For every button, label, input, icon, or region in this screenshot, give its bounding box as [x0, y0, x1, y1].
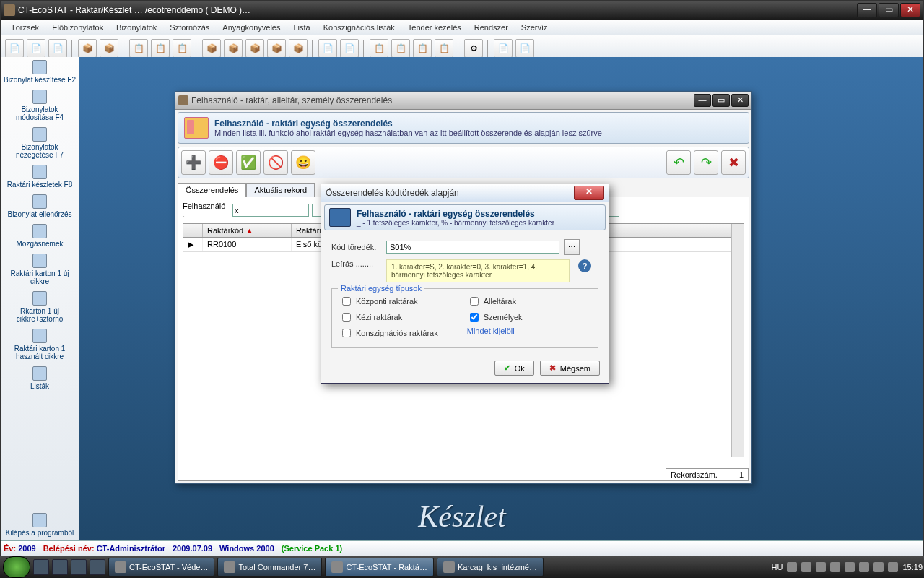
tray-icon[interactable]	[830, 562, 840, 572]
toolbar-button[interactable]: 📋	[435, 39, 453, 58]
start-button[interactable]	[3, 556, 30, 578]
sidebar-item[interactable]: Mozgásnemek	[1, 221, 79, 251]
toolbar-button[interactable]: 📋	[129, 39, 148, 58]
quicklaunch-icon[interactable]	[33, 559, 49, 575]
check-kozponti[interactable]: Központi raktárak	[339, 295, 438, 308]
tray-icon[interactable]	[787, 562, 797, 572]
toolbar-button[interactable]: 📄	[515, 39, 534, 58]
toolbar-button[interactable]: 📄	[494, 39, 513, 58]
toolbar-button[interactable]: 📋	[413, 39, 432, 58]
toolbar-button[interactable]: 📄	[318, 39, 337, 58]
toolbar-button[interactable]: 📄	[48, 39, 67, 58]
tray-icon[interactable]	[873, 562, 884, 572]
toolbar-button[interactable]: 📦	[289, 39, 308, 58]
code-fragment-input[interactable]	[386, 241, 559, 254]
browse-button[interactable]: …	[564, 239, 580, 255]
lang-indicator[interactable]: HU	[772, 563, 783, 571]
check-alleltarak[interactable]: Alleltárak	[467, 295, 523, 308]
check-button[interactable]: ✅	[236, 150, 261, 175]
toolbar-button[interactable]: 📦	[245, 39, 264, 58]
taskbar-item[interactable]: CT-EcoSTAT - Véde…	[108, 558, 214, 577]
sidebar-item[interactable]: Bizonylatok módosítása F4	[1, 87, 79, 124]
quicklaunch-icon[interactable]	[90, 559, 105, 575]
undo-button[interactable]: ↶	[666, 150, 691, 175]
child-close[interactable]: ✕	[731, 94, 749, 107]
check-konszig[interactable]: Konszignációs raktárak	[339, 327, 438, 340]
close-button[interactable]: ✕	[900, 3, 920, 17]
sidebar-item[interactable]: Bizonylatok nézegetése F7	[1, 124, 79, 162]
quicklaunch-icon[interactable]	[52, 559, 68, 575]
menu-item[interactable]: Bizonylatok	[110, 22, 162, 33]
cancel-button[interactable]: ✖Mégsem	[540, 361, 600, 376]
clock[interactable]: 15:19	[902, 563, 923, 571]
volume-icon[interactable]	[888, 562, 898, 572]
taskbar-item[interactable]: Total Commander 7…	[217, 558, 322, 577]
sidebar-item[interactable]: Raktári karton 1 használt cikkre	[1, 326, 79, 363]
menu-item[interactable]: Konszignációs listák	[318, 22, 401, 33]
col-header-code[interactable]: Raktárkód▲	[203, 224, 292, 237]
toolbar-button[interactable]: ⚙	[464, 39, 483, 58]
toolbar-button[interactable]: 📋	[151, 39, 170, 58]
toolbar-button[interactable]: 📄	[340, 39, 359, 58]
toolbar-button[interactable]: 📦	[202, 39, 221, 58]
filter-input[interactable]	[232, 204, 309, 217]
tray-icon[interactable]	[801, 562, 811, 572]
toolbar-button[interactable]: 📄	[5, 39, 24, 58]
toolbar-button[interactable]: 📦	[100, 39, 118, 58]
tray-icon[interactable]	[845, 562, 855, 572]
menu-item[interactable]: Sztornózás	[164, 22, 215, 33]
sidebar-item[interactable]: Raktári karton 1 új cikkre	[1, 251, 79, 288]
menu-item[interactable]: Szervíz	[515, 22, 554, 33]
tray-icon[interactable]	[816, 562, 826, 572]
toolbar-button[interactable]: 📋	[370, 39, 388, 58]
help-icon[interactable]: ?	[578, 259, 591, 272]
sidebar: Bizonylat készítése F2 Bizonylatok módos…	[1, 57, 79, 541]
menu-item[interactable]: Anyagkönyvelés	[217, 22, 286, 33]
child-minimize[interactable]: —	[694, 94, 711, 107]
redo-button[interactable]: ↷	[694, 150, 718, 175]
app-icon	[331, 561, 343, 573]
sidebar-item[interactable]: Raktári készletek F8	[1, 162, 79, 191]
desc-hint: 1. karakter=S, 2. karakter=0, 3. karakte…	[386, 259, 570, 282]
dialog-banner-title: Felhasználó - raktári egység összerendel…	[357, 209, 554, 219]
select-all-link[interactable]: Mindet kijelöli	[467, 327, 523, 335]
toolbar-button[interactable]: 📋	[173, 39, 191, 58]
taskbar-item[interactable]: Karcag_kis_intézmé…	[437, 558, 544, 577]
minimize-button[interactable]: —	[857, 3, 877, 17]
exit-button[interactable]: Kilépés a programból	[1, 510, 79, 540]
ok-button[interactable]: ✔Ok	[494, 361, 534, 376]
tab-assignment[interactable]: Összerendelés	[178, 183, 246, 197]
tray-icon[interactable]	[859, 562, 869, 572]
child-maximize[interactable]: ▭	[712, 94, 730, 107]
menu-item[interactable]: Törzsek	[5, 22, 45, 33]
toolbar-button[interactable]: 📋	[391, 39, 410, 58]
forbid-button[interactable]: 🚫	[263, 150, 288, 175]
taskbar: CT-EcoSTAT - Véde… Total Commander 7… CT…	[0, 556, 924, 578]
menu-item[interactable]: Rendszer	[468, 22, 514, 33]
check-kezi[interactable]: Kézi raktárak	[339, 311, 438, 324]
toolbar-button[interactable]: 📦	[267, 39, 286, 58]
toolbar-button[interactable]: 📄	[27, 39, 45, 58]
remove-button[interactable]: ⛔	[209, 150, 233, 175]
menu-item[interactable]: Előbizonylatok	[46, 22, 109, 33]
box-icon	[32, 165, 47, 179]
check-szemelyek[interactable]: Személyek	[467, 311, 523, 324]
toolbar-button[interactable]: 📦	[78, 39, 97, 58]
sidebar-item[interactable]: Listák	[1, 363, 79, 393]
finder-button[interactable]: 😀	[291, 150, 315, 175]
child-banner: Felhasználó - raktári egység összerendel…	[178, 112, 749, 144]
menu-item[interactable]: Lista	[287, 22, 315, 33]
dialog-close-button[interactable]: ✕	[574, 186, 604, 200]
tab-current-record[interactable]: Aktuális rekord	[246, 183, 315, 197]
sidebar-item[interactable]: Bizonylat ellenőrzés	[1, 191, 79, 221]
menu-item[interactable]: Tender kezelés	[402, 22, 467, 33]
taskbar-item[interactable]: CT-EcoSTAT - Raktá…	[325, 558, 433, 577]
toolbar-button[interactable]: 📦	[224, 39, 243, 58]
sidebar-item[interactable]: Rkarton 1 új cikkre+sztornó	[1, 288, 79, 326]
close-action-button[interactable]: ✖	[721, 150, 746, 175]
sidebar-item[interactable]: Bizonylat készítése F2	[1, 57, 79, 87]
quicklaunch-icon[interactable]	[71, 559, 87, 575]
add-button[interactable]: ➕	[181, 150, 206, 175]
maximize-button[interactable]: ▭	[879, 3, 899, 17]
vertical-scrollbar[interactable]	[731, 224, 744, 457]
